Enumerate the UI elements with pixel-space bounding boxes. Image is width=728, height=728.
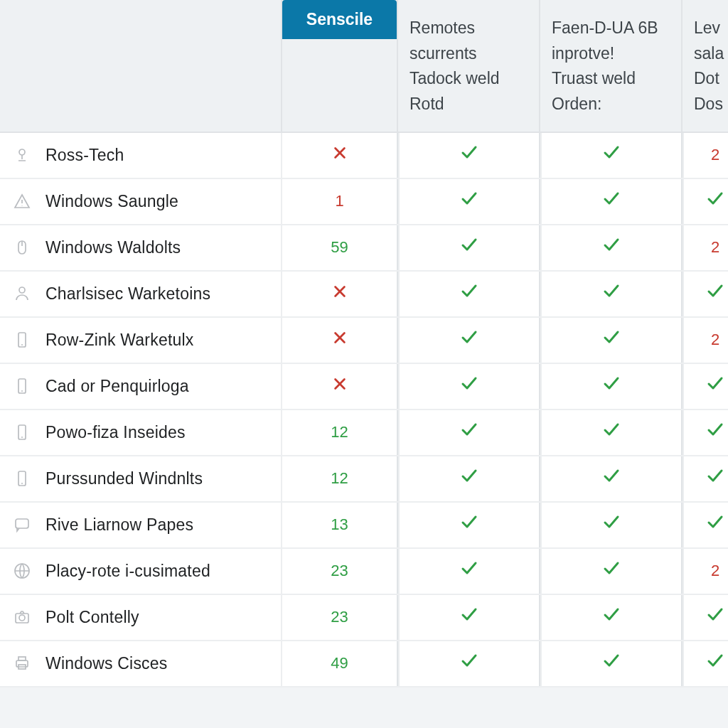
- header-col-c[interactable]: Faen-D-UA 6Binprotve!Truast weldOrden:: [540, 0, 682, 132]
- cell-name: Cad or Penquirloga: [0, 364, 281, 409]
- table-row[interactable]: Purssunded Windnlts12: [0, 456, 728, 503]
- cell-col-b: [398, 503, 540, 547]
- row-label: Purssunded Windnlts: [46, 469, 203, 488]
- cell-col-a: [281, 364, 398, 409]
- cell-col-d: [682, 410, 728, 455]
- cell-col-a: 23: [281, 595, 398, 640]
- cell-col-c: [540, 549, 682, 594]
- check-icon: [706, 467, 724, 490]
- cell-name: Powo-fiza Inseides: [0, 410, 281, 455]
- cell-col-d: [682, 364, 728, 409]
- check-icon: [460, 513, 478, 536]
- check-icon: [602, 144, 621, 166]
- cell-number: 2: [711, 562, 719, 580]
- check-icon: [460, 236, 478, 259]
- check-icon: [602, 421, 621, 444]
- table-row[interactable]: Windows Cisces49: [0, 641, 728, 687]
- header-name: [0, 0, 281, 132]
- check-icon: [602, 236, 621, 259]
- cross-icon: [332, 330, 348, 350]
- check-icon: [602, 467, 621, 490]
- cell-name: Windows Waldolts: [0, 225, 281, 270]
- check-icon: [460, 606, 478, 628]
- cell-col-c: [540, 179, 682, 224]
- cell-name: Row-Zink Warketulx: [0, 318, 281, 363]
- cell-number: 49: [331, 654, 348, 673]
- table-row[interactable]: Polt Contelly23: [0, 595, 728, 641]
- cell-col-b: [398, 179, 540, 224]
- cell-col-d: [682, 272, 728, 316]
- check-icon: [602, 282, 621, 305]
- cell-name: Charlsisec Warketoins: [0, 272, 281, 316]
- table-row[interactable]: Windows Saungle1: [0, 179, 728, 225]
- cell-col-b: [398, 595, 540, 640]
- cell-col-d: 2: [682, 549, 728, 594]
- row-label: Placy-rote i-cusimated: [46, 562, 210, 581]
- check-icon: [602, 513, 621, 536]
- table-row[interactable]: Placy-rote i-cusimated232: [0, 549, 728, 595]
- row-label: Windows Saungle: [46, 192, 178, 211]
- row-label: Rive Liarnow Papes: [46, 515, 193, 535]
- table-row[interactable]: Rive Liarnow Papes13: [0, 503, 728, 549]
- check-icon: [706, 513, 724, 536]
- header-col-c-text: Faen-D-UA 6Binprotve!Truast weldOrden:: [552, 16, 670, 117]
- header-col-d[interactable]: LevsalaDotDos: [682, 0, 728, 132]
- cell-col-c: [540, 318, 682, 363]
- cell-col-a: 23: [281, 549, 398, 594]
- camera-icon: [11, 606, 33, 628]
- check-icon: [602, 375, 621, 397]
- person-icon: [11, 283, 33, 304]
- table-row[interactable]: Charlsisec Warketoins: [0, 272, 728, 318]
- cell-col-a: 59: [281, 225, 398, 270]
- chat-icon: [11, 514, 33, 535]
- check-icon: [706, 375, 724, 397]
- cell-col-b: [398, 364, 540, 409]
- check-icon: [602, 560, 621, 582]
- comparison-table: Senscile RemotesscurrentsTadock weldRotd…: [0, 0, 728, 687]
- cell-number: 1: [335, 192, 343, 210]
- table-body: Ross-Tech2Windows Saungle1Windows Waldol…: [0, 133, 728, 687]
- cell-col-c: [540, 272, 682, 316]
- header-col-b[interactable]: RemotesscurrentsTadock weldRotd: [398, 0, 540, 132]
- pin-icon: [11, 144, 33, 166]
- table-row[interactable]: Cad or Penquirloga: [0, 364, 728, 410]
- cell-number: 2: [711, 146, 719, 164]
- check-icon: [706, 652, 724, 675]
- check-icon: [460, 375, 478, 397]
- table-row[interactable]: Row-Zink Warketulx2: [0, 318, 728, 364]
- cell-col-c: [540, 595, 682, 640]
- cell-col-a: [281, 318, 398, 363]
- row-label: Ross-Tech: [46, 146, 124, 165]
- check-icon: [602, 190, 621, 213]
- cell-col-c: [540, 641, 682, 686]
- row-label: Row-Zink Warketulx: [46, 331, 194, 350]
- cell-col-b: [398, 133, 540, 178]
- check-icon: [460, 560, 478, 582]
- phone-icon: [11, 375, 33, 397]
- cell-name: Polt Contelly: [0, 595, 281, 640]
- cell-col-d: 2: [682, 133, 728, 178]
- check-icon: [706, 421, 724, 444]
- cell-col-d: [682, 641, 728, 686]
- cell-number: 13: [331, 515, 348, 534]
- cell-col-c: [540, 133, 682, 178]
- row-label: Windows Waldolts: [46, 238, 181, 257]
- check-icon: [706, 606, 724, 628]
- cell-col-b: [398, 456, 540, 501]
- table-row[interactable]: Ross-Tech2: [0, 133, 728, 179]
- row-label: Windows Cisces: [46, 654, 168, 673]
- header-col-b-text: RemotesscurrentsTadock weldRotd: [410, 16, 528, 117]
- cell-col-d: [682, 456, 728, 501]
- cell-col-a: [281, 133, 398, 178]
- check-icon: [460, 652, 478, 675]
- table-row[interactable]: Powo-fiza Inseides12: [0, 410, 728, 456]
- cross-icon: [332, 376, 348, 396]
- cell-col-a: 1: [281, 179, 398, 224]
- table-row[interactable]: Windows Waldolts592: [0, 225, 728, 272]
- cell-number: 12: [331, 423, 348, 441]
- header-col-a[interactable]: Senscile: [281, 0, 398, 132]
- check-icon: [706, 282, 724, 305]
- cell-col-c: [540, 410, 682, 455]
- check-icon: [460, 190, 478, 213]
- cell-name: Ross-Tech: [0, 133, 281, 178]
